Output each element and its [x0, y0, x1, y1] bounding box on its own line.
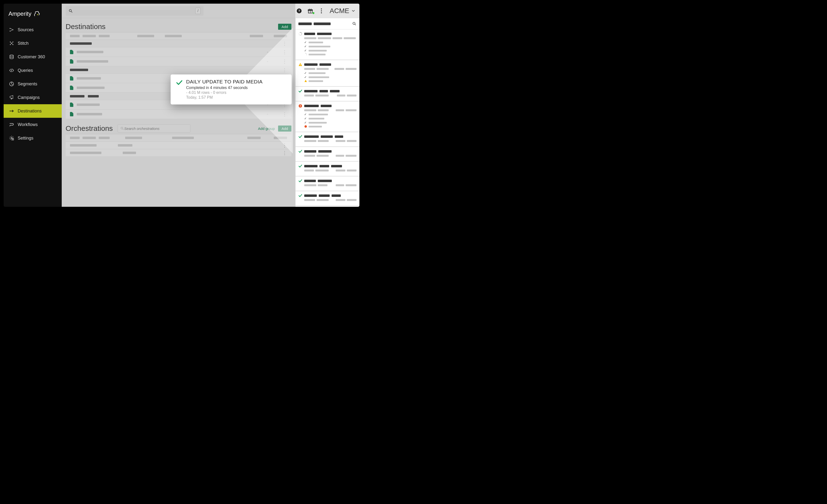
- notification-dot: [312, 12, 314, 14]
- gear-icon: [9, 135, 14, 141]
- check-icon: [298, 164, 302, 168]
- svg-point-28: [300, 35, 301, 36]
- empty-cell: -: [267, 112, 268, 116]
- sidebar: Amperity Sources Stitch Customer 360 Que…: [4, 4, 62, 207]
- activity-card[interactable]: [295, 176, 359, 191]
- global-search[interactable]: /: [65, 6, 203, 16]
- activity-card[interactable]: ✓ ✓ ✓: [295, 30, 359, 60]
- check-icon: ✓: [304, 117, 307, 120]
- svg-point-26: [301, 34, 302, 34]
- svg-point-23: [353, 22, 355, 24]
- orchestrations-table: ⋮ ⋮: [65, 134, 291, 157]
- check-icon: ✓: [304, 71, 307, 75]
- svg-rect-39: [300, 105, 301, 106]
- callout-completed: Completed in 4 minutes 47 seconds: [186, 86, 262, 90]
- add-destination-button[interactable]: Add: [278, 24, 291, 30]
- table-row[interactable]: ⋮: [65, 149, 291, 157]
- more-menu-button[interactable]: [319, 8, 324, 14]
- nav-destinations[interactable]: Destinations: [4, 104, 62, 118]
- nav-label: Queries: [18, 68, 33, 73]
- table-row[interactable]: - ⋮: [65, 47, 291, 57]
- tenant-switcher[interactable]: ACME: [330, 7, 355, 15]
- spinner-icon: [304, 53, 307, 56]
- svg-point-12: [11, 137, 12, 139]
- nav-label: Segments: [18, 81, 37, 87]
- activity-card[interactable]: ✓ ✓ ✓: [295, 102, 359, 132]
- nav-campaigns[interactable]: Campaigns: [4, 91, 62, 104]
- svg-rect-40: [300, 107, 301, 107]
- nav-customer-360[interactable]: Customer 360: [4, 50, 62, 64]
- destinations-icon: [9, 108, 14, 114]
- file-icon: [70, 103, 73, 107]
- activity-card[interactable]: [295, 132, 359, 147]
- brand: Amperity: [4, 8, 62, 23]
- check-icon: ✓: [304, 41, 307, 44]
- nav-segments[interactable]: Segments: [4, 77, 62, 91]
- svg-point-1: [10, 28, 11, 29]
- help-icon: ?: [296, 8, 302, 14]
- workflows-icon: [9, 122, 14, 127]
- table-group-header[interactable]: ⋮: [65, 40, 291, 47]
- callout-meta: - 4.01 M rows - 0 errors: [186, 91, 262, 95]
- nav-workflows[interactable]: Workflows: [4, 118, 62, 131]
- svg-point-0: [37, 14, 38, 15]
- svg-point-21: [321, 12, 322, 13]
- table-row[interactable]: - ⋮: [65, 110, 291, 119]
- svg-point-11: [10, 111, 11, 111]
- svg-point-41: [304, 125, 307, 128]
- nav-settings[interactable]: Settings: [4, 131, 62, 145]
- check-icon: ✓: [304, 113, 307, 116]
- orchestrations-search-input[interactable]: [124, 126, 188, 130]
- check-icon: [298, 179, 302, 183]
- nav-sources[interactable]: Sources: [4, 23, 62, 37]
- brand-label: Amperity: [8, 10, 32, 17]
- table-row[interactable]: - ⋮: [65, 57, 291, 66]
- nav-label: Campaigns: [18, 95, 40, 100]
- add-group-link[interactable]: Add group: [258, 126, 275, 130]
- spinner-icon: [298, 32, 302, 36]
- orchestrations-search[interactable]: [117, 124, 191, 132]
- table-header: [65, 134, 291, 142]
- activity-card[interactable]: [295, 162, 359, 176]
- check-icon: ✓: [304, 49, 307, 52]
- activity-detail-callout: DAILY UPDATE TO PAID MEDIA Completed in …: [171, 74, 292, 105]
- file-icon: [70, 112, 73, 116]
- svg-rect-37: [300, 65, 301, 66]
- database-icon: [9, 54, 14, 59]
- whats-new-button[interactable]: [307, 8, 313, 14]
- svg-point-25: [301, 33, 301, 33]
- global-search-input[interactable]: [73, 9, 195, 13]
- sources-icon: [9, 27, 14, 33]
- warning-icon: [304, 79, 307, 82]
- add-orchestration-button[interactable]: Add: [278, 125, 291, 131]
- check-icon: [298, 150, 302, 153]
- help-button[interactable]: ?: [296, 8, 302, 14]
- svg-point-31: [299, 33, 299, 33]
- activity-card[interactable]: [295, 87, 359, 102]
- svg-point-30: [299, 34, 299, 34]
- callout-title: DAILY UPDATE TO PAID MEDIA: [186, 79, 262, 85]
- svg-point-2: [10, 31, 11, 32]
- nav-label: Stitch: [18, 41, 29, 46]
- center-column: Destinations Add: [62, 18, 295, 207]
- svg-rect-36: [300, 64, 301, 65]
- svg-point-22: [121, 127, 123, 129]
- table-group-header[interactable]: ⋮: [65, 66, 291, 74]
- app-shell: Amperity Sources Stitch Customer 360 Que…: [4, 4, 359, 207]
- file-icon: [70, 59, 73, 64]
- svg-text:?: ?: [298, 9, 300, 13]
- segments-icon: [9, 81, 14, 87]
- activity-card[interactable]: [295, 147, 359, 162]
- nav-queries[interactable]: Queries: [4, 64, 62, 77]
- nav-stitch[interactable]: Stitch: [4, 37, 62, 50]
- empty-cell: -: [267, 50, 268, 54]
- search-icon[interactable]: [352, 21, 356, 26]
- orchestrations-header: Orchestrations Add group Add: [65, 124, 291, 132]
- error-icon: [298, 104, 302, 108]
- table-row[interactable]: ⋮: [65, 142, 291, 149]
- destinations-header: Destinations Add: [65, 22, 291, 31]
- activity-card[interactable]: [295, 191, 359, 206]
- activity-card[interactable]: ✓ ✓: [295, 60, 359, 87]
- check-icon: [298, 194, 302, 198]
- search-icon: [120, 126, 124, 130]
